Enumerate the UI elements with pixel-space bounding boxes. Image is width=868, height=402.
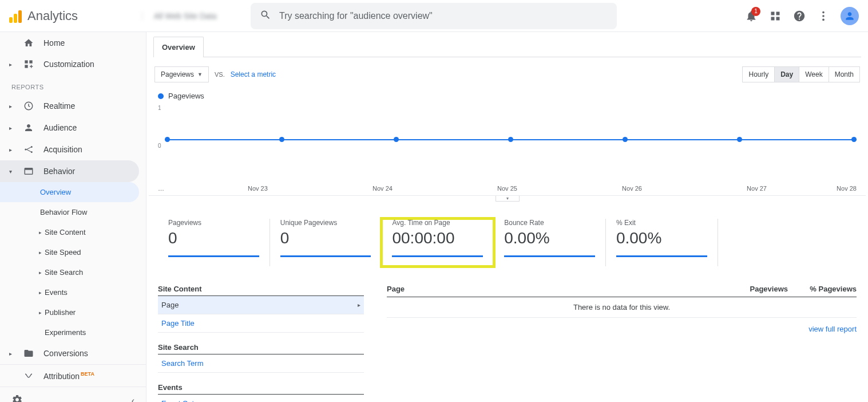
- menu-dots-icon[interactable]: [817, 9, 830, 23]
- sidebar-sub-experiments[interactable]: Experiments: [0, 322, 146, 342]
- sidebar-item-behavior[interactable]: ▾ Behavior: [0, 160, 139, 182]
- sidebar-item-conversions[interactable]: ▸ Conversions: [0, 342, 146, 364]
- svg-rect-2: [771, 17, 775, 20]
- sidebar-sub-site-content[interactable]: Site Content: [0, 222, 146, 242]
- no-data-message: There is no data for this view.: [387, 297, 857, 318]
- gran-week[interactable]: Week: [799, 67, 829, 82]
- help-icon[interactable]: [792, 9, 806, 23]
- notifications-icon[interactable]: 1: [744, 9, 758, 23]
- folder-icon: [23, 348, 34, 358]
- clock-icon: [23, 101, 34, 111]
- dim-events-title: Events: [158, 383, 364, 395]
- sidebar-sub-site-search[interactable]: Site Search: [0, 262, 146, 282]
- apps-icon[interactable]: [768, 9, 782, 23]
- sidebar-sub-events[interactable]: Events: [0, 282, 146, 302]
- legend-dot-icon: [158, 93, 164, 99]
- search-icon: [260, 9, 271, 22]
- expand-icon: ▾: [9, 168, 14, 175]
- main-content: Overview Pageviews ▼ VS. Select a metric…: [146, 32, 868, 402]
- metric-exit[interactable]: % Exit 0.00%: [606, 219, 718, 266]
- svg-rect-9: [25, 65, 27, 68]
- search-bar[interactable]: [251, 3, 617, 29]
- dim-search-term[interactable]: Search Term: [158, 354, 364, 373]
- collapse-sidebar-icon[interactable]: ‹: [132, 396, 134, 403]
- app-header: Analytics All Web Site Data 1: [0, 0, 868, 32]
- expand-icon: ▸: [9, 125, 14, 131]
- sidebar-sub-behavior-flow[interactable]: Behavior Flow: [0, 202, 146, 222]
- behavior-icon: [23, 166, 34, 176]
- dim-event-category[interactable]: Event Category: [158, 395, 364, 402]
- sidebar: Home ▸ Customization REPORTS ▸ Realtime …: [0, 32, 146, 402]
- sidebar-item-label: Audience: [43, 123, 77, 132]
- acquisition-icon: [23, 144, 34, 155]
- chevron-right-icon: ▸: [358, 302, 360, 308]
- reports-header: REPORTS: [0, 74, 146, 95]
- sidebar-sub-site-speed[interactable]: Site Speed: [0, 242, 146, 262]
- svg-point-11: [25, 149, 26, 151]
- svg-point-13: [31, 151, 33, 153]
- chart-area: 1 0: [158, 105, 857, 185]
- expand-icon: ▸: [9, 61, 14, 68]
- expand-icon: ▸: [9, 103, 14, 109]
- dim-page[interactable]: Page▸: [158, 296, 364, 314]
- sidebar-item-label: Customization: [43, 60, 94, 69]
- sidebar-item-attribution[interactable]: AttributionBETA: [0, 365, 146, 387]
- expand-icon: ▸: [9, 147, 14, 153]
- metric-dropdown[interactable]: Pageviews ▼: [154, 66, 209, 82]
- expand-icon: ▸: [9, 350, 14, 357]
- gear-icon[interactable]: [11, 394, 23, 402]
- property-info[interactable]: All Web Site Data: [142, 11, 239, 21]
- avatar[interactable]: [841, 7, 859, 25]
- view-full-report-link[interactable]: view full report: [808, 325, 857, 333]
- dim-site-search-title: Site Search: [158, 343, 364, 354]
- logo-section[interactable]: Analytics: [9, 9, 142, 23]
- chart-x-axis: … Nov 23 Nov 24 Nov 25 Nov 26 Nov 27 Nov…: [149, 185, 866, 196]
- tab-overview[interactable]: Overview: [153, 37, 204, 57]
- search-input[interactable]: [279, 11, 608, 21]
- granularity-toggle: Hourly Day Week Month: [742, 66, 860, 82]
- dim-page-title[interactable]: Page Title: [158, 314, 364, 333]
- app-name: Analytics: [27, 9, 78, 23]
- svg-point-4: [822, 11, 825, 13]
- col-page[interactable]: Page: [387, 285, 719, 293]
- analytics-logo-icon: [9, 9, 23, 23]
- svg-rect-1: [776, 11, 780, 15]
- svg-rect-15: [25, 168, 33, 170]
- svg-rect-0: [771, 11, 775, 15]
- sidebar-item-audience[interactable]: ▸ Audience: [0, 117, 146, 139]
- metric-bounce-rate[interactable]: Bounce Rate 0.00%: [494, 219, 606, 266]
- metric-avg-time[interactable]: Avg. Time on Page 00:00:00: [382, 219, 494, 266]
- vs-label: VS.: [215, 71, 225, 78]
- svg-point-6: [822, 18, 825, 21]
- gran-hourly[interactable]: Hourly: [743, 67, 775, 82]
- sidebar-item-acquisition[interactable]: ▸ Acquisition: [0, 139, 146, 160]
- sidebar-item-label: Realtime: [43, 101, 75, 111]
- data-table: Page Pageviews % Pageviews There is no d…: [387, 285, 857, 402]
- col-pageviews[interactable]: Pageviews: [719, 285, 788, 293]
- metrics-row: Pageviews 0 Unique Pageviews 0 Avg. Time…: [149, 202, 866, 273]
- chevron-down-icon: ▼: [197, 72, 203, 77]
- expand-chart-handle[interactable]: ▾: [496, 196, 520, 202]
- attribution-icon: [23, 371, 34, 381]
- dim-site-content-title: Site Content: [158, 285, 364, 296]
- gran-day[interactable]: Day: [775, 67, 799, 82]
- sidebar-item-label: Acquisition: [43, 145, 82, 154]
- metric-unique-pageviews[interactable]: Unique Pageviews 0: [270, 219, 382, 266]
- gran-month[interactable]: Month: [829, 67, 859, 82]
- sidebar-sub-publisher[interactable]: Publisher: [0, 302, 146, 322]
- customization-icon: [23, 60, 34, 69]
- chart-legend: Pageviews: [149, 89, 866, 105]
- select-metric-link[interactable]: Select a metric: [231, 70, 276, 78]
- svg-point-12: [31, 146, 33, 148]
- sidebar-item-label: Behavior: [43, 167, 75, 176]
- sidebar-item-home[interactable]: Home: [0, 32, 146, 54]
- col-pct-pageviews[interactable]: % Pageviews: [788, 285, 857, 293]
- sidebar-item-customization[interactable]: ▸ Customization: [0, 54, 146, 74]
- sidebar-item-realtime[interactable]: ▸ Realtime: [0, 95, 146, 117]
- notification-badge: 1: [751, 7, 760, 16]
- svg-rect-3: [776, 17, 780, 20]
- metric-pageviews[interactable]: Pageviews 0: [158, 219, 270, 266]
- dimension-panel: Site Content Page▸ Page Title Site Searc…: [158, 285, 364, 402]
- home-icon: [23, 38, 34, 48]
- sidebar-sub-overview[interactable]: Overview: [0, 182, 139, 202]
